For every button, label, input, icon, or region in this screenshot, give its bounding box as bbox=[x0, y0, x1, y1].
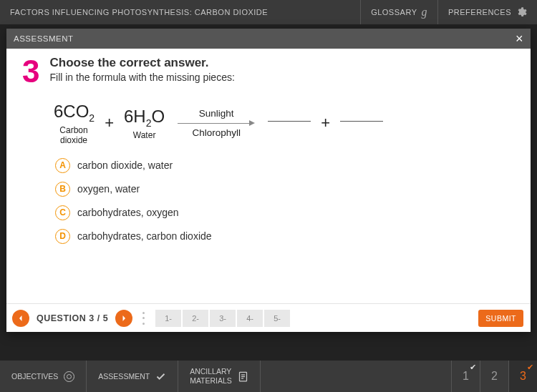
option-letter: B bbox=[55, 182, 70, 197]
chevron-left-icon bbox=[17, 315, 24, 322]
option-letter: C bbox=[55, 205, 70, 220]
top-bar: FACTORS INFLUENCING PHOTOSYNTHESIS: CARB… bbox=[0, 0, 537, 24]
option-d[interactable]: D carbohydrates, carbon dioxide bbox=[55, 229, 512, 244]
assessment-panel: ASSESSMENT × 3 Choose the correct answer… bbox=[6, 29, 531, 332]
question-jump-2[interactable]: 2- bbox=[183, 310, 208, 327]
divider-dots bbox=[142, 312, 145, 325]
prev-button[interactable] bbox=[12, 310, 29, 327]
preferences-label: PREFERENCES bbox=[448, 8, 511, 16]
target-icon bbox=[64, 371, 74, 382]
answer-options: A carbon dioxide, water B oxygen, water … bbox=[55, 158, 512, 244]
blank-1 bbox=[268, 121, 311, 122]
arrow-bottom-label: Chlorophyll bbox=[192, 127, 241, 138]
option-text: carbohydrates, carbon dioxide bbox=[77, 230, 212, 242]
option-text: carbohydrates, oxygen bbox=[77, 207, 179, 218]
tab-assessment[interactable]: ASSESSMENT bbox=[87, 361, 178, 392]
step-2[interactable]: 2 bbox=[480, 361, 508, 392]
tab-objectives[interactable]: OBJECTIVES bbox=[0, 361, 87, 392]
panel-header: ASSESSMENT × bbox=[6, 29, 531, 49]
question-jump-1[interactable]: 1- bbox=[155, 310, 181, 327]
question-jump-3[interactable]: 3- bbox=[210, 310, 236, 327]
panel-footer: QUESTION 3 / 5 1- 2- 3- 4- 5- SUBMIT bbox=[6, 303, 531, 332]
question-strip: 1- 2- 3- 4- 5- bbox=[155, 310, 290, 327]
gear-icon bbox=[516, 6, 527, 18]
arrow-top-label: Sunlight bbox=[199, 108, 234, 119]
question-title: Choose the correct answer. bbox=[49, 56, 234, 70]
question-number: 3 bbox=[22, 56, 39, 87]
next-button[interactable] bbox=[115, 310, 132, 327]
check-icon bbox=[155, 371, 166, 382]
chevron-right-icon bbox=[120, 315, 127, 322]
term-h2o: 6H2O Water bbox=[124, 107, 165, 140]
bottom-bar: OBJECTIVES ASSESSMENT ANCILLARYMATERIALS… bbox=[0, 361, 537, 392]
check-icon: ✔ bbox=[470, 363, 476, 372]
option-c[interactable]: C carbohydrates, oxygen bbox=[55, 205, 512, 220]
equation: 6CO2 Carbon dioxide + 6H2O Water Sunligh… bbox=[54, 102, 512, 145]
question-counter: QUESTION 3 / 5 bbox=[37, 313, 108, 323]
submit-button[interactable]: SUBMIT bbox=[478, 310, 523, 327]
question-jump-4[interactable]: 4- bbox=[237, 310, 263, 327]
glossary-icon: g bbox=[421, 6, 427, 19]
term-co2: 6CO2 Carbon dioxide bbox=[54, 102, 95, 145]
check-icon: ✔ bbox=[527, 363, 533, 372]
option-text: oxygen, water bbox=[77, 183, 140, 195]
document-icon bbox=[238, 371, 248, 383]
step-1[interactable]: ✔1 bbox=[451, 361, 480, 392]
option-text: carbon dioxide, water bbox=[77, 160, 173, 171]
plus-2: + bbox=[321, 114, 330, 132]
option-b[interactable]: B oxygen, water bbox=[55, 182, 512, 197]
glossary-button[interactable]: GLOSSARY g bbox=[360, 0, 437, 24]
step-3[interactable]: ✔3 bbox=[508, 361, 537, 392]
question-subtitle: Fill in the formula with the missing pie… bbox=[49, 72, 234, 83]
question-jump-5[interactable]: 5- bbox=[264, 310, 290, 327]
panel-title: ASSESSMENT bbox=[14, 34, 74, 43]
panel-body: 3 Choose the correct answer. Fill in the… bbox=[6, 49, 531, 303]
glossary-label: GLOSSARY bbox=[371, 8, 417, 16]
preferences-button[interactable]: PREFERENCES bbox=[437, 0, 537, 24]
plus-1: + bbox=[105, 114, 114, 132]
reaction-arrow: Sunlight Chlorophyll bbox=[178, 108, 255, 138]
option-letter: A bbox=[55, 158, 70, 173]
option-a[interactable]: A carbon dioxide, water bbox=[55, 158, 512, 173]
page-title: FACTORS INFLUENCING PHOTOSYNTHESIS: CARB… bbox=[0, 8, 360, 16]
progress-steps: ✔1 2 ✔3 bbox=[451, 361, 537, 392]
tab-ancillary[interactable]: ANCILLARYMATERIALS bbox=[178, 361, 261, 392]
option-letter: D bbox=[55, 229, 70, 244]
blank-2 bbox=[340, 121, 383, 122]
close-icon[interactable]: × bbox=[516, 31, 523, 46]
